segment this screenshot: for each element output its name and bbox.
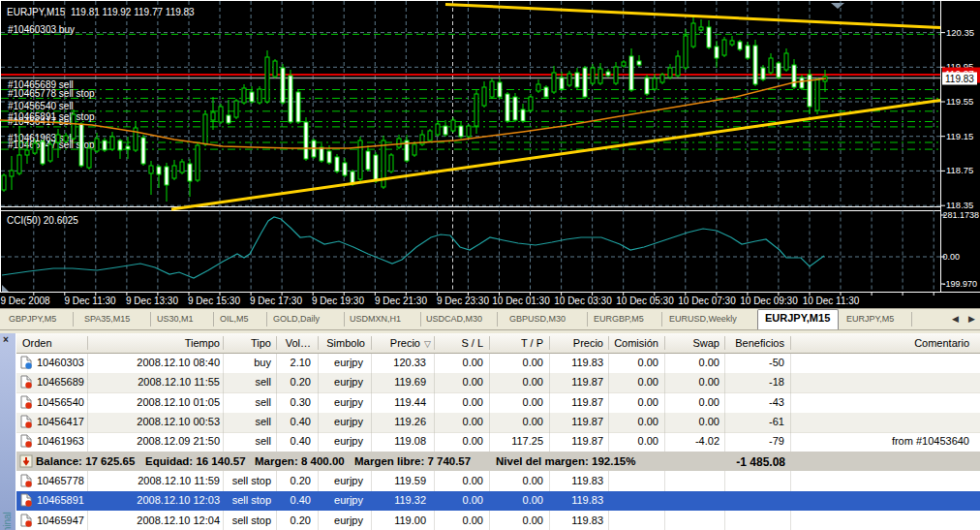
svg-text:9 Dec 2008: 9 Dec 2008: [0, 296, 50, 306]
svg-text:9 Dec 21:30: 9 Dec 21:30: [375, 296, 427, 306]
svg-text:10 Dec 07:30: 10 Dec 07:30: [678, 296, 736, 306]
svg-text:119.55: 119.55: [946, 96, 973, 107]
svg-text:9 Dec 23:30: 9 Dec 23:30: [437, 296, 489, 306]
svg-text:#10456540 sell: #10456540 sell: [8, 101, 74, 111]
svg-text:281.1738: 281.1738: [943, 210, 980, 220]
svg-text:10 Dec 09:30: 10 Dec 09:30: [740, 296, 798, 306]
svg-text:#10460303 buy: #10460303 buy: [8, 24, 75, 35]
svg-text:119.83: 119.83: [945, 74, 974, 84]
svg-text:CCI(50) 20.6025: CCI(50) 20.6025: [7, 215, 78, 226]
svg-text:EURJPY,M15 119.81 119.92 119.: EURJPY,M15 119.81 119.92 119.77 119.83: [7, 7, 195, 17]
svg-text:9 Dec 11:30: 9 Dec 11:30: [64, 296, 116, 306]
svg-text:118.75: 118.75: [946, 165, 973, 175]
svg-text:120.35: 120.35: [946, 27, 974, 38]
svg-text:9 Dec 15:30: 9 Dec 15:30: [188, 296, 240, 306]
svg-text:9 Dec 13:30: 9 Dec 13:30: [126, 296, 178, 306]
svg-text:-199.970: -199.970: [943, 279, 978, 289]
svg-text:119.15: 119.15: [946, 131, 973, 141]
svg-text:0.00: 0.00: [943, 252, 961, 262]
svg-text:#10465778 sell stop: #10465778 sell stop: [8, 88, 95, 99]
svg-text:118.35: 118.35: [946, 200, 973, 210]
svg-text:10 Dec 05:30: 10 Dec 05:30: [616, 296, 674, 306]
svg-text:10 Dec 11:30: 10 Dec 11:30: [803, 296, 860, 306]
svg-text:10 Dec 01:30: 10 Dec 01:30: [492, 296, 550, 306]
svg-text:9 Dec 17:30: 9 Dec 17:30: [250, 296, 302, 306]
svg-text:9 Dec 19:30: 9 Dec 19:30: [312, 296, 364, 306]
svg-text:10 Dec 03:30: 10 Dec 03:30: [554, 296, 612, 306]
